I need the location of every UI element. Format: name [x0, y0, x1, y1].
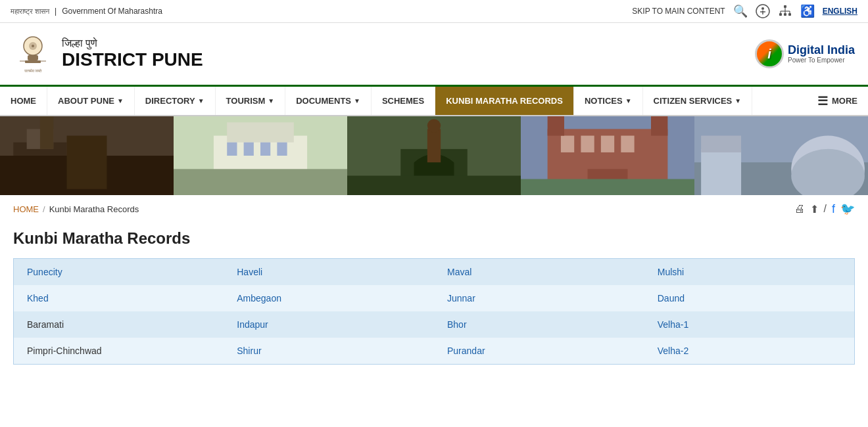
sitemap-icon[interactable] [778, 4, 792, 18]
header: सत्यमेव जयते जिल्हा पुणे DISTRICT PUNE i… [0, 23, 868, 87]
table-cell: Pimpri-Chinchwad [14, 338, 224, 365]
separator: | [55, 7, 57, 16]
skip-to-main-link[interactable]: SKIP TO MAIN CONTENT [632, 7, 725, 16]
svg-rect-16 [28, 55, 38, 60]
table-cell: Purandar [434, 338, 644, 365]
svg-rect-36 [427, 129, 441, 162]
nav-schemes[interactable]: SCHEMES [372, 87, 435, 115]
twitter-icon[interactable]: 🐦 [840, 202, 855, 216]
nav-citizen-services[interactable]: CITIZEN SERVICES ▼ [643, 87, 753, 115]
main-content: Kunbi Maratha Records PunecityHaveliMava… [0, 223, 868, 384]
chevron-down-icon: ▼ [268, 97, 274, 104]
record-link[interactable]: Daund [658, 293, 685, 303]
svg-rect-54 [701, 136, 741, 152]
chevron-down-icon: ▼ [625, 97, 632, 104]
svg-rect-25 [40, 116, 53, 149]
hero-segment-1 [0, 116, 174, 195]
record-link[interactable]: Shirur [237, 346, 261, 356]
record-link[interactable]: Mulshi [658, 267, 684, 277]
gov-name: Government Of Maharashtra [62, 7, 162, 16]
record-link[interactable]: Bhor [447, 319, 467, 330]
record-link[interactable]: Velha-2 [658, 346, 688, 356]
svg-rect-46 [548, 116, 564, 136]
svg-rect-42 [581, 136, 594, 152]
di-circle-icon: i [755, 39, 784, 68]
table-row: KhedAmbegaonJunnarDaund [14, 285, 855, 311]
english-link[interactable]: ENGLISH [823, 7, 857, 16]
hamburger-icon: ☰ [817, 94, 828, 108]
marathi-title: जिल्हा पुणे [62, 37, 203, 49]
record-link[interactable]: Purandar [447, 346, 485, 356]
table-cell: Bhor [434, 311, 644, 338]
svg-rect-24 [67, 136, 107, 189]
record-link[interactable]: Velha-1 [658, 319, 688, 330]
svg-rect-53 [701, 149, 741, 195]
svg-point-37 [427, 119, 441, 132]
breadcrumb-actions: 🖨 ⬆ / f 🐦 [794, 202, 855, 216]
table-cell: Haveli [224, 259, 434, 286]
chevron-down-icon: ▼ [117, 97, 124, 104]
table-row: BaramatiIndapurBhorVelha-1 [14, 311, 855, 338]
hero-segment-5 [694, 116, 868, 195]
top-bar-right: SKIP TO MAIN CONTENT 🔍 ♿ [632, 4, 857, 18]
header-text: जिल्हा पुणे DISTRICT PUNE [62, 37, 203, 70]
print-icon[interactable]: 🖨 [794, 203, 805, 215]
svg-rect-41 [561, 136, 574, 152]
hero-segment-2 [174, 116, 347, 195]
svg-rect-7 [788, 13, 791, 16]
breadcrumb-bar: HOME / Kunbi Maratha Records 🖨 ⬆ / f 🐦 [0, 195, 868, 223]
hero-segment-3 [347, 116, 521, 195]
svg-rect-38 [347, 175, 521, 195]
page-title: Kunbi Maratha Records [13, 229, 855, 248]
nav-kunbi-maratha[interactable]: KUNBI MARATHA RECORDS [435, 87, 574, 115]
svg-point-15 [32, 45, 34, 47]
svg-rect-32 [260, 143, 270, 156]
di-subtitle: Power To Empower [788, 56, 855, 64]
svg-rect-44 [621, 136, 634, 152]
record-link[interactable]: Junnar [447, 293, 475, 303]
hero-banner [0, 116, 868, 195]
table-cell: Maval [434, 259, 644, 286]
table-cell: Khed [14, 285, 224, 311]
svg-rect-48 [521, 179, 694, 195]
accessibility-icon[interactable] [756, 4, 770, 18]
record-link[interactable]: Maval [447, 267, 471, 277]
search-icon[interactable]: 🔍 [733, 4, 748, 18]
svg-rect-33 [277, 143, 287, 156]
nav-tourism[interactable]: TOURISM ▼ [216, 87, 286, 115]
record-link[interactable]: Khed [27, 293, 49, 303]
record-link[interactable]: Indapur [237, 319, 268, 330]
record-link[interactable]: Punecity [27, 267, 62, 277]
svg-rect-28 [227, 122, 294, 142]
nav-documents[interactable]: DOCUMENTS ▼ [285, 87, 372, 115]
svg-rect-31 [244, 143, 254, 156]
chevron-down-icon: ▼ [735, 97, 741, 104]
nav-notices[interactable]: NOTICES ▼ [574, 87, 643, 115]
nav-more-button[interactable]: ☰ MORE [807, 87, 868, 115]
table-row: PunecityHaveliMavalMulshi [14, 259, 855, 286]
svg-rect-6 [784, 13, 786, 16]
ashoka-emblem: सत्यमेव जयते [13, 31, 53, 77]
svg-rect-5 [779, 13, 782, 16]
svg-point-1 [761, 7, 764, 10]
header-left: सत्यमेव जयते जिल्हा पुणे DISTRICT PUNE [13, 31, 203, 77]
record-link[interactable]: Ambegaon [237, 293, 281, 303]
breadcrumb-home[interactable]: HOME [13, 204, 39, 214]
facebook-icon[interactable]: f [832, 202, 835, 216]
svg-rect-43 [601, 136, 614, 152]
disability-icon[interactable]: ♿ [800, 4, 815, 18]
nav-about-pune[interactable]: ABOUT PUNE ▼ [47, 87, 135, 115]
chevron-down-icon: ▼ [354, 97, 360, 104]
table-cell: Daund [644, 285, 855, 311]
table-cell: Mulshi [644, 259, 855, 286]
nav-directory[interactable]: DIRECTORY ▼ [135, 87, 216, 115]
hero-segment-4 [521, 116, 694, 195]
svg-rect-4 [784, 5, 786, 8]
record-link[interactable]: Haveli [237, 267, 262, 277]
share-icon[interactable]: ⬆ [810, 203, 819, 215]
digital-india-logo: i Digital India Power To Empower [755, 39, 855, 68]
svg-text:सत्यमेव जयते: सत्यमेव जयते [24, 68, 43, 73]
di-title: Digital India [788, 44, 855, 57]
district-title: DISTRICT PUNE [62, 49, 203, 70]
nav-home[interactable]: HOME [0, 87, 47, 115]
